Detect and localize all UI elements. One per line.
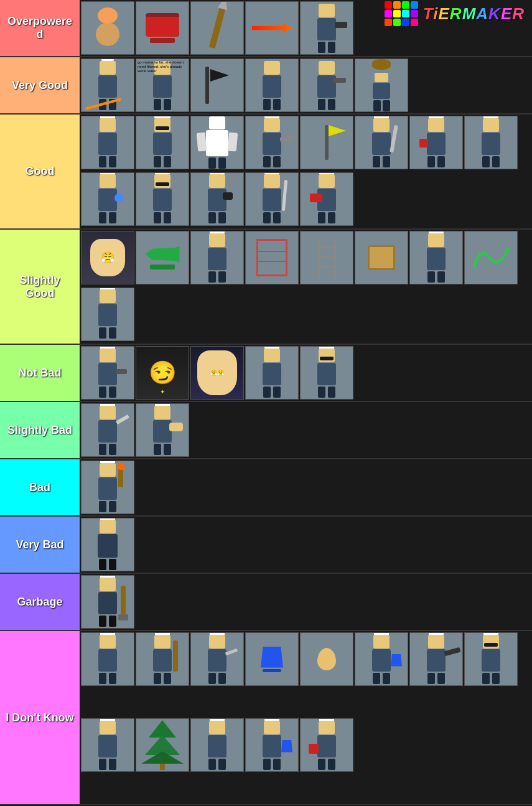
list-item[interactable] [300, 116, 353, 169]
tier-row-not-bad: Not Bad 😏 ✦ [0, 345, 532, 402]
list-item[interactable] [190, 632, 244, 686]
tier-label-overpowered: Overpowered [0, 0, 80, 56]
list-item[interactable] [464, 116, 518, 169]
list-item[interactable] [464, 231, 518, 284]
list-item[interactable]: 😏 ✦ [136, 346, 189, 400]
list-item[interactable] [81, 632, 134, 686]
list-item[interactable] [245, 59, 299, 112]
list-item[interactable] [300, 172, 353, 226]
list-item[interactable] [81, 575, 134, 629]
list-item[interactable] [300, 632, 353, 686]
tier-content-garbage [80, 574, 532, 630]
list-item[interactable]: 😤 [81, 231, 134, 284]
tier-content-very-good: go mama so fat, she doesnt need filtered… [80, 57, 532, 113]
list-item[interactable] [245, 718, 299, 772]
tier-label-very-bad: Very Bad [0, 517, 80, 573]
tier-label-slightly-bad: Slightly Bad [0, 402, 80, 458]
list-item[interactable] [81, 59, 134, 112]
tier-content-idk [80, 631, 532, 804]
tier-row-overpowered: Overpowered [0, 0, 532, 57]
list-item[interactable] [409, 632, 463, 686]
tier-content-overpowered: TiERMAKER [80, 0, 532, 56]
list-item[interactable] [190, 231, 244, 284]
list-item[interactable] [81, 461, 134, 514]
list-item[interactable] [409, 231, 463, 284]
tier-label-good: Good [0, 115, 80, 228]
list-item[interactable] [81, 116, 134, 169]
list-item[interactable] [355, 632, 408, 686]
tier-list: Overpowered [0, 0, 532, 805]
list-item[interactable] [245, 1, 299, 55]
list-item[interactable] [464, 632, 518, 686]
tier-content-slightly-bad [80, 402, 532, 458]
list-item[interactable] [300, 718, 353, 772]
list-item[interactable] [300, 231, 353, 284]
list-item[interactable] [245, 632, 299, 686]
list-item[interactable] [409, 116, 463, 169]
tier-content-slightly-good: 😤 [80, 230, 532, 344]
tier-label-very-good: Very Good [0, 57, 80, 113]
list-item[interactable] [190, 172, 244, 226]
list-item[interactable] [81, 346, 134, 400]
tier-row-very-bad: Very Bad [0, 517, 532, 574]
list-item[interactable] [300, 346, 353, 400]
list-item[interactable] [136, 172, 189, 226]
tier-label-garbage: Garbage [0, 574, 80, 630]
list-item[interactable] [136, 403, 189, 457]
list-item[interactable] [136, 116, 189, 169]
list-item[interactable] [355, 231, 408, 284]
tier-content-bad [80, 459, 532, 515]
list-item[interactable] [190, 59, 244, 112]
tier-row-garbage: Garbage [0, 574, 532, 631]
list-item[interactable]: 😤😤 [190, 346, 244, 400]
tiermaker-logo: TiERMAKER [355, 1, 531, 26]
tier-label-not-bad: Not Bad [0, 345, 80, 401]
list-item[interactable] [81, 518, 134, 571]
list-item[interactable] [355, 116, 408, 169]
list-item[interactable] [136, 718, 189, 772]
tier-row-very-good: Very Good go mama [0, 57, 532, 115]
tier-label-bad: Bad [0, 459, 80, 515]
list-item[interactable]: go mama so fat, she doesnt need filtered… [136, 59, 189, 112]
list-item[interactable] [81, 172, 134, 226]
list-item[interactable] [300, 1, 353, 55]
list-item[interactable] [136, 632, 189, 686]
list-item[interactable] [81, 288, 134, 341]
list-item[interactable] [81, 1, 134, 55]
tier-content-very-bad [80, 517, 532, 573]
list-item[interactable] [136, 1, 189, 55]
list-item[interactable] [300, 59, 353, 112]
tier-label-slightly-good: Slightly Good [0, 230, 80, 344]
list-item[interactable] [81, 718, 134, 772]
list-item[interactable] [245, 172, 299, 226]
tier-content-not-bad: 😏 ✦ 😤😤 [80, 345, 532, 401]
list-item[interactable] [245, 346, 299, 400]
logo-text: TiERMAKER [423, 4, 525, 24]
tier-row-idk: I Don't Know [0, 631, 532, 805]
tier-row-bad: Bad [0, 459, 532, 517]
tier-label-idk: I Don't Know [0, 631, 80, 804]
list-item[interactable] [355, 59, 408, 112]
list-item[interactable] [190, 116, 244, 169]
list-item[interactable] [245, 231, 299, 284]
list-item[interactable] [190, 718, 244, 772]
list-item[interactable] [81, 403, 134, 457]
tier-row-slightly-bad: Slightly Bad [0, 402, 532, 459]
tier-row-good: Good [0, 115, 532, 230]
list-item[interactable] [136, 231, 189, 284]
list-item[interactable] [245, 116, 299, 169]
list-item[interactable] [190, 1, 244, 55]
tier-row-slightly-good: Slightly Good 😤 [0, 230, 532, 345]
tier-content-good [80, 115, 532, 228]
